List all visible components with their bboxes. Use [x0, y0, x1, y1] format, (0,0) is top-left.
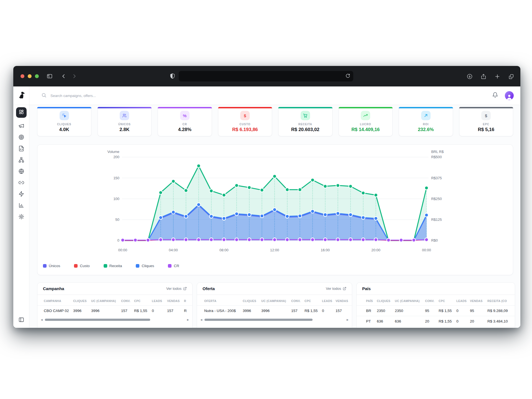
- sitemap-icon: [18, 157, 24, 163]
- kpi-label: EPC: [483, 123, 489, 126]
- users-icon: [120, 111, 129, 120]
- table-row[interactable]: CBO CAMP 023996 3996157 R$ 1,550 157R: [37, 305, 192, 316]
- kpi-card-epc[interactable]: $ EPC R$ 5,16: [459, 107, 513, 136]
- sidebar-item-links[interactable]: [18, 179, 25, 186]
- legend-item-unicos[interactable]: Únicos: [43, 264, 60, 268]
- minimize-window-button[interactable]: [28, 74, 32, 78]
- kpi-accent-bar: [339, 107, 393, 108]
- campanha-ver-todos-link[interactable]: Ver todos: [166, 287, 187, 291]
- sidebar-item-targets[interactable]: [18, 134, 25, 140]
- search-bar[interactable]: [41, 93, 492, 99]
- kpi-card-lucro[interactable]: LUCRO R$ 14.409,16: [339, 107, 393, 136]
- kpi-card-custo[interactable]: $ CUSTO R$ 6.193,86: [218, 107, 272, 136]
- percent-icon: %: [180, 111, 190, 120]
- file-code-icon: [18, 145, 24, 152]
- back-icon[interactable]: [61, 73, 66, 79]
- scroll-right-icon[interactable]: ▶: [187, 319, 189, 321]
- kpi-value: 4.0K: [59, 127, 69, 132]
- sidebar-item-reports[interactable]: [18, 202, 25, 209]
- legend-item-cliques[interactable]: Cliques: [136, 264, 154, 268]
- user-avatar[interactable]: [505, 91, 514, 100]
- kpi-label: LUCRO: [360, 123, 371, 126]
- legend-item-cr[interactable]: CR: [168, 264, 179, 268]
- horizontal-scrollbar[interactable]: ◀ ▶: [41, 318, 189, 321]
- sidebar-item-campaigns[interactable]: [18, 122, 25, 129]
- legend-item-custo[interactable]: Custo: [74, 264, 89, 268]
- svg-text:00:00: 00:00: [118, 248, 127, 252]
- scroll-right-icon[interactable]: ▶: [347, 319, 349, 321]
- kpi-card-roi[interactable]: ROI 232.6%: [399, 107, 453, 136]
- table-row[interactable]: Nutra - USA - 200$3996 3996157 R$ 1,550 …: [197, 305, 352, 316]
- kpi-label: CLIQUES: [57, 123, 71, 126]
- table-row[interactable]: PT636 63620 R$ 1,550 20R$ 3.484,10: [357, 316, 515, 327]
- sidebar-item-settings[interactable]: [18, 213, 25, 220]
- svg-text:R$0: R$0: [431, 238, 438, 242]
- scrollbar-thumb[interactable]: [45, 319, 150, 321]
- browser-window: CLIQUES 4.0K ÚNICOS 2.8K: [13, 66, 520, 328]
- zoom-window-button[interactable]: [35, 74, 39, 78]
- sidebar-toggle-icon[interactable]: [47, 73, 53, 79]
- oferta-title: Oferta: [203, 286, 215, 291]
- kpi-label: CR: [183, 123, 187, 126]
- kpi-label: RECEITA: [298, 123, 312, 126]
- share-icon[interactable]: [480, 73, 487, 80]
- sidebar-item-hierarchy[interactable]: [18, 157, 25, 163]
- scroll-left-icon[interactable]: ◀: [200, 319, 202, 321]
- scroll-left-icon[interactable]: ◀: [41, 319, 43, 321]
- forward-icon[interactable]: [71, 73, 77, 79]
- svg-text:50: 50: [115, 218, 119, 222]
- kpi-label: CUSTO: [239, 123, 250, 126]
- kpi-card-cliques[interactable]: CLIQUES 4.0K: [37, 107, 91, 136]
- pais-title: País: [362, 286, 371, 291]
- kpi-accent-bar: [459, 107, 513, 108]
- kpi-accent-bar: [218, 107, 272, 108]
- svg-text:Volume: Volume: [108, 150, 119, 154]
- svg-text:00:00: 00:00: [422, 248, 431, 252]
- sidebar-item-templates[interactable]: [18, 145, 25, 152]
- traffic-chart[interactable]: 200150100500VolumeR$500R$375R$250R$125R$…: [37, 147, 513, 258]
- horizontal-scrollbar[interactable]: ◀ ▶: [200, 318, 349, 321]
- sidebar-item-dashboard[interactable]: [16, 107, 27, 118]
- legend-label: Custo: [80, 264, 89, 268]
- oferta-ver-todos-link[interactable]: Ver todos: [326, 287, 346, 291]
- kpi-card-unicos[interactable]: ÚNICOS 2.8K: [98, 107, 152, 136]
- sidebar-item-domains[interactable]: [18, 168, 25, 175]
- campanha-title: Campanha: [43, 286, 64, 291]
- table-header-row: OFERTACLIQUES UC (CAMPANHA)CONV. CPCLEAD…: [197, 295, 352, 305]
- svg-text:R$500: R$500: [431, 155, 442, 159]
- kpi-value: R$ 14.409,16: [351, 127, 380, 132]
- legend-label: CR: [174, 264, 179, 268]
- browser-titlebar: [13, 66, 520, 86]
- gear-icon: [18, 214, 24, 220]
- kpi-accent-bar: [399, 107, 453, 108]
- kpi-card-receita[interactable]: RECEITA R$ 20.603,02: [278, 107, 332, 136]
- svg-text:04:00: 04:00: [169, 248, 178, 252]
- scrollbar-thumb[interactable]: [204, 319, 313, 321]
- oferta-table-card: Oferta Ver todos OFERTACLIQUES UC (CAMPA…: [197, 282, 352, 328]
- legend-swatch: [43, 264, 47, 268]
- sidebar-collapse-button[interactable]: [18, 317, 24, 324]
- app-logo[interactable]: [13, 86, 29, 105]
- person-icon: [506, 93, 513, 100]
- kpi-accent-bar: [98, 107, 152, 108]
- legend-swatch: [168, 264, 172, 268]
- app-sidebar: [13, 86, 29, 328]
- address-bar[interactable]: [179, 71, 353, 81]
- new-tab-icon[interactable]: [494, 73, 500, 80]
- app-topbar: [29, 86, 520, 105]
- kpi-value: R$ 20.603,02: [291, 127, 319, 132]
- bell-icon[interactable]: [492, 92, 498, 99]
- tab-overview-icon[interactable]: [508, 73, 514, 80]
- svg-text:16:00: 16:00: [321, 248, 329, 252]
- kpi-card-cr[interactable]: % CR 4.28%: [158, 107, 212, 136]
- legend-label: Únicos: [49, 264, 60, 268]
- trending-up-icon: [361, 111, 370, 120]
- search-input[interactable]: [50, 93, 167, 98]
- legend-item-receita[interactable]: Receita: [104, 264, 122, 268]
- shield-icon[interactable]: [170, 73, 175, 79]
- download-icon[interactable]: [467, 73, 473, 80]
- close-window-button[interactable]: [21, 74, 24, 78]
- table-row[interactable]: BR2350 235095 R$ 1,550 95R$ 9.288,09: [357, 305, 515, 316]
- reload-icon[interactable]: [345, 73, 351, 80]
- sidebar-item-automations[interactable]: [18, 191, 25, 197]
